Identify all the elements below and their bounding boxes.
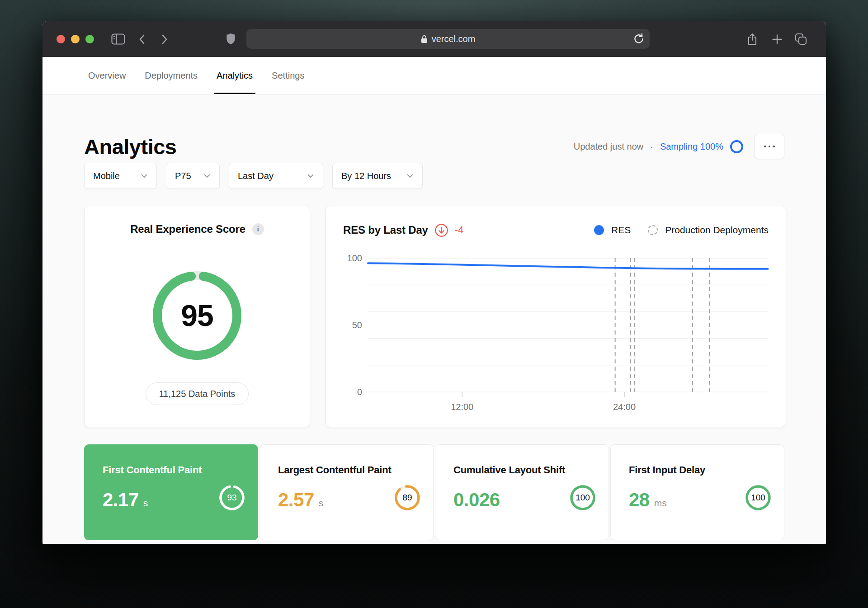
web-vitals-row: First Contentful Paint 2.17 s 93 Largest… — [84, 444, 784, 540]
back-icon[interactable] — [138, 34, 146, 47]
lcp-unit: s — [319, 498, 324, 509]
sampling-link[interactable]: Sampling 100% — [660, 141, 723, 152]
percentile-select[interactable]: P75 — [166, 163, 220, 189]
fcp-value: 2.17 — [103, 489, 139, 511]
interval-select[interactable]: By 12 Hours — [332, 163, 423, 189]
zoom-window-button[interactable] — [85, 35, 94, 43]
timerange-select[interactable]: Last Day — [229, 163, 323, 189]
metric-card-cls[interactable]: Cumulative Layout Shift 0.026 100 — [435, 444, 609, 540]
new-tab-icon[interactable] — [772, 34, 782, 46]
url-text: vercel.com — [432, 34, 476, 44]
tab-overview-icon[interactable] — [795, 33, 807, 47]
chevron-down-icon — [141, 174, 148, 178]
svg-text:50: 50 — [352, 320, 362, 330]
chevron-down-icon — [307, 174, 314, 178]
tab-deployments[interactable]: Deployments — [144, 57, 198, 94]
fid-unit: ms — [654, 498, 667, 509]
privacy-shield-icon[interactable] — [226, 33, 236, 47]
res-chart-card: RES by Last Day -4 RES Production Deploy… — [326, 206, 786, 427]
page-title: Analytics — [84, 134, 176, 159]
project-nav: Overview Deployments Analytics Settings — [42, 57, 826, 94]
address-bar[interactable]: vercel.com — [246, 29, 650, 49]
cls-score-ring: 100 — [569, 484, 597, 512]
browser-titlebar: vercel.com — [42, 21, 826, 57]
lcp-value: 2.57 — [278, 489, 314, 511]
res-legend-dot-icon — [594, 225, 604, 235]
svg-text:24:00: 24:00 — [613, 402, 636, 412]
browser-window: vercel.com Overview Dep — [42, 21, 826, 544]
sidebar-toggle-icon[interactable] — [111, 33, 125, 47]
res-card-title: Real Experience Score — [130, 223, 245, 236]
tab-overview[interactable]: Overview — [87, 57, 127, 94]
lcp-score-ring: 89 — [393, 484, 421, 512]
legend-label-deployments: Production Deployments — [665, 225, 769, 236]
data-points-badge: 11,125 Data Points — [146, 382, 249, 405]
metric-card-fid[interactable]: First Input Delay 28 ms 100 — [610, 444, 784, 540]
page-content: Analytics Updated just now · Sampling 10… — [42, 94, 826, 544]
legend-label-res: RES — [611, 225, 631, 236]
chart-delta: -4 — [455, 224, 464, 236]
more-options-button[interactable] — [755, 134, 784, 159]
svg-text:100: 100 — [347, 253, 362, 263]
chevron-down-icon — [203, 174, 211, 178]
metric-card-fcp[interactable]: First Contentful Paint 2.17 s 93 — [84, 444, 258, 540]
fid-score-ring: 100 — [744, 484, 772, 512]
updated-status: Updated just now — [574, 141, 644, 152]
cls-value: 0.026 — [453, 489, 500, 511]
sampling-progress-icon — [730, 140, 743, 153]
fid-value: 28 — [629, 489, 650, 511]
minimize-window-button[interactable] — [71, 35, 80, 43]
more-options-icon — [764, 146, 766, 148]
share-icon[interactable] — [747, 33, 758, 47]
fcp-unit: s — [143, 498, 148, 509]
info-icon[interactable]: i — [252, 223, 264, 235]
res-score: 95 — [150, 268, 245, 363]
meta-separator: · — [650, 141, 653, 152]
chart-title: RES by Last Day — [343, 224, 428, 236]
traffic-lights — [57, 35, 94, 43]
svg-text:0: 0 — [357, 387, 362, 397]
res-line-chart[interactable]: 10050012:0024:00 — [343, 253, 769, 415]
deployments-legend-circle-icon — [648, 225, 658, 235]
lock-icon — [421, 35, 428, 43]
close-window-button[interactable] — [57, 35, 65, 43]
real-experience-score-card: Real Experience Score i 95 11,125 Data P… — [84, 206, 310, 427]
forward-icon[interactable] — [161, 34, 168, 47]
tab-analytics[interactable]: Analytics — [216, 57, 254, 94]
metric-card-lcp[interactable]: Largest Contentful Paint 2.57 s 89 — [259, 444, 434, 540]
tab-settings[interactable]: Settings — [271, 57, 305, 94]
reload-icon[interactable] — [632, 33, 645, 47]
fcp-score-ring: 93 — [218, 484, 246, 512]
trend-down-icon — [434, 223, 448, 237]
device-select[interactable]: Mobile — [84, 163, 157, 189]
filter-bar: Mobile P75 Last Day By 12 Hours — [84, 163, 784, 189]
svg-text:12:00: 12:00 — [451, 402, 473, 412]
chevron-down-icon — [406, 174, 414, 178]
chart-legend: RES Production Deployments — [594, 225, 769, 236]
res-gauge: 95 — [150, 268, 245, 363]
